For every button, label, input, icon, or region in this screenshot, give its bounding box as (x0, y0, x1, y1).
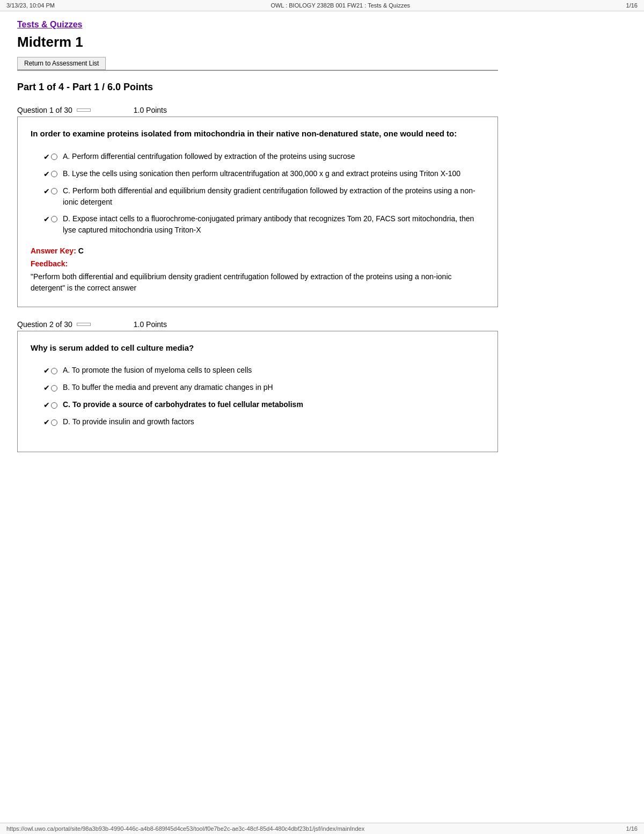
tab-bar: Return to Assessment List (17, 57, 498, 71)
question-1-option-A-check-icon: ✔ (43, 151, 50, 163)
question-2-option-D: ✔D. To provide insulin and growth factor… (43, 416, 485, 428)
breadcrumb[interactable]: Tests & Quizzes (17, 20, 498, 34)
question-2-option-D-radio[interactable] (51, 419, 57, 426)
page-title: Midterm 1 (17, 34, 498, 50)
question-1-answer-key-label: Answer Key: (31, 246, 76, 255)
question-2-label: Question 2 of 30 (17, 320, 72, 329)
return-to-assessment-button[interactable]: Return to Assessment List (17, 57, 106, 70)
question-1-option-A-text: A. Perform differential centrifugation f… (63, 151, 355, 162)
question-2-option-D-text: D. To provide insulin and growth factors (63, 416, 194, 427)
question-1-option-B-text: B. Lyse the cells using sonication then … (63, 168, 460, 179)
question-1-option-D-text: D. Expose intact cells to a fluorochrome… (63, 213, 485, 236)
question-2-option-B: ✔B. To buffer the media and prevent any … (43, 382, 485, 394)
question-1-options: ✔A. Perform differential centrifugation … (31, 151, 485, 236)
question-2-label-box (77, 323, 91, 326)
question-2-option-B-text: B. To buffer the media and prevent any d… (63, 382, 273, 393)
question-1-points: 1.0 Points (134, 106, 167, 114)
question-1-option-B-radio[interactable] (51, 171, 57, 177)
question-2-points: 1.0 Points (134, 320, 167, 329)
question-2-option-B-check-icon: ✔ (43, 382, 50, 394)
question-2-option-C-text: C. To provide a source of carbohydrates … (63, 399, 303, 410)
question-1-option-B: ✔B. Lyse the cells using sonication then… (43, 168, 485, 180)
question-1-option-A-radio[interactable] (51, 154, 57, 160)
question-1-label-box (77, 108, 91, 112)
question-1-option-D-radio[interactable] (51, 216, 57, 222)
question-2-option-C: ✔C. To provide a source of carbohydrates… (43, 399, 485, 411)
question-1-feedback-text: "Perform both differential and equilibri… (31, 271, 485, 294)
page-content: Tests & Quizzes Midterm 1 Return to Asse… (0, 11, 515, 497)
question-1-box: In order to examine proteins isolated fr… (17, 117, 498, 307)
question-1-header: Question 1 of 301.0 Points (17, 106, 498, 114)
question-1-text: In order to examine proteins isolated fr… (31, 128, 485, 140)
question-2-option-A: ✔A. To promote the fusion of myeloma cel… (43, 365, 485, 376)
question-2-option-C-check-icon: ✔ (43, 400, 50, 411)
question-2-option-B-radio[interactable] (51, 385, 57, 391)
question-1-option-B-check-icon: ✔ (43, 169, 50, 180)
question-2-option-A-check-icon: ✔ (43, 365, 50, 376)
question-2-option-C-radio[interactable] (51, 402, 57, 409)
question-1-option-A: ✔A. Perform differential centrifugation … (43, 151, 485, 163)
question-1-label: Question 1 of 30 (17, 106, 72, 114)
question-1-option-D: ✔D. Expose intact cells to a fluorochrom… (43, 213, 485, 236)
question-1-option-C-radio[interactable] (51, 188, 57, 194)
question-2-box: Why is serum added to cell culture media… (17, 331, 498, 453)
question-1-answer-key-section: Answer Key: CFeedback:"Perform both diff… (31, 246, 485, 294)
question-2-header: Question 2 of 301.0 Points (17, 320, 498, 329)
question-1-option-C-text: C. Perform both differential and equilib… (63, 185, 485, 208)
question-1-answer-key-value: C (76, 246, 84, 255)
question-2-option-D-check-icon: ✔ (43, 417, 50, 428)
breadcrumb-link[interactable]: Tests & Quizzes (17, 20, 83, 30)
question-1-feedback-label: Feedback: (31, 259, 485, 268)
question-1-option-C: ✔C. Perform both differential and equili… (43, 185, 485, 208)
browser-page-title: OWL : BIOLOGY 2382B 001 FW21 : Tests & Q… (270, 2, 410, 9)
question-1-option-D-check-icon: ✔ (43, 214, 50, 225)
page-indicator: 1/16 (626, 2, 638, 9)
browser-bar: 3/13/23, 10:04 PM OWL : BIOLOGY 2382B 00… (0, 0, 644, 11)
question-2-option-A-radio[interactable] (51, 368, 57, 374)
question-2-option-A-text: A. To promote the fusion of myeloma cell… (63, 365, 252, 376)
question-1-option-C-check-icon: ✔ (43, 186, 50, 197)
question-2-options: ✔A. To promote the fusion of myeloma cel… (31, 365, 485, 428)
questions-container: Question 1 of 301.0 PointsIn order to ex… (17, 106, 498, 452)
timestamp: 3/13/23, 10:04 PM (6, 2, 55, 9)
part-heading: Part 1 of 4 - Part 1 / 6.0 Points (17, 82, 498, 93)
question-2-text: Why is serum added to cell culture media… (31, 342, 485, 354)
